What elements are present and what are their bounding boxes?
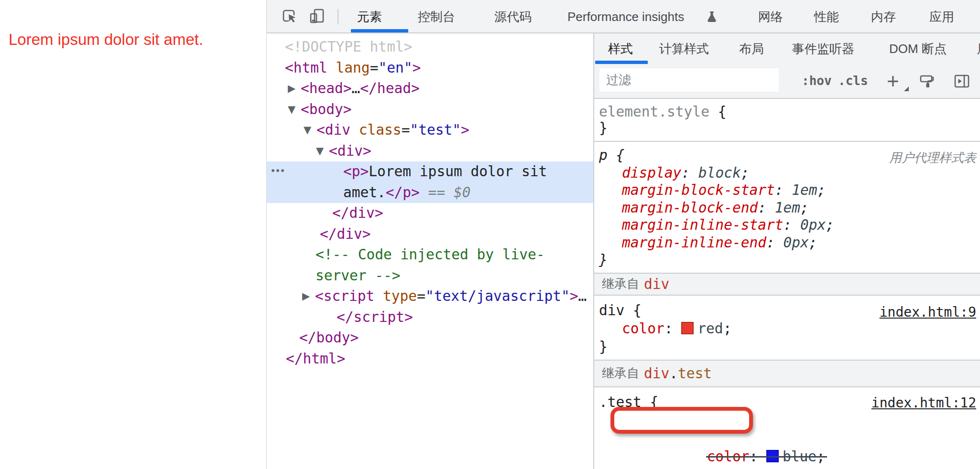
declaration-color-red[interactable]: color: red;: [594, 320, 980, 338]
colon: :: [749, 448, 766, 465]
semicolon: ;: [800, 200, 809, 216]
colon: :: [681, 165, 698, 181]
code-token: <p>: [343, 163, 369, 180]
code-token: <div: [316, 122, 350, 138]
code-token: <html: [285, 60, 327, 76]
colon: :: [775, 182, 792, 198]
node-link-div[interactable]: div: [644, 276, 669, 292]
rule-selector: div {: [599, 302, 642, 319]
semicolon: ;: [723, 320, 732, 337]
declaration-display[interactable]: display: block;: [594, 164, 980, 182]
styles-sidebar: 样式计算样式布局事件监听器DOM 断点属 :hov .cls +: [593, 33, 980, 469]
dom-tree-line[interactable]: server -->: [267, 266, 593, 287]
collapse-arrow-icon[interactable]: ▼: [288, 99, 295, 120]
main-tab-7[interactable]: 内存: [871, 0, 896, 32]
main-tab-2[interactable]: 控制台: [418, 0, 455, 32]
paint-roller-icon[interactable]: [918, 73, 936, 90]
declaration-color-blue-overridden[interactable]: color: blue;: [594, 411, 980, 469]
dom-tree-line[interactable]: ▼<div class="test">: [267, 120, 593, 141]
close-brace: }: [599, 120, 608, 136]
semicolon: ;: [817, 182, 826, 198]
dom-tree-line[interactable]: </body>: [267, 328, 593, 349]
property-value: 1em: [792, 182, 817, 198]
collapse-arrow-icon[interactable]: ▼: [316, 141, 324, 162]
new-style-rule-button[interactable]: +: [887, 64, 899, 98]
dom-tree-line[interactable]: </script>: [267, 307, 593, 328]
code-token: "en": [378, 60, 412, 76]
toggle-classes[interactable]: .cls: [838, 64, 868, 98]
dom-tree-line[interactable]: </div>: [267, 203, 593, 224]
dom-tree-line[interactable]: ▶<head>…</head>: [267, 78, 593, 99]
main-tab-1[interactable]: 元素: [357, 0, 382, 32]
code-token: lang: [327, 60, 370, 76]
declaration-margin-inline-start[interactable]: margin-inline-start: 0px;: [594, 216, 980, 234]
dom-tree-line[interactable]: <!DOCTYPE html>: [267, 37, 593, 58]
main-tab-5[interactable]: 网络: [758, 0, 783, 32]
dom-tree-line[interactable]: ▼<body>: [267, 99, 593, 120]
page-paragraph: Lorem ipsum dolor sit amet.: [9, 30, 203, 49]
dom-tree-line[interactable]: <!-- Code injected by live-: [267, 245, 593, 266]
stylesheet-source-label: 用户代理样式表: [889, 149, 976, 166]
color-swatch-blue[interactable]: [766, 450, 779, 462]
declaration-margin-block-start[interactable]: margin-block-start: 1em;: [594, 181, 980, 199]
styles-tab-bar: 样式计算样式布局事件监听器DOM 断点属: [594, 33, 980, 64]
property-value: 1em: [775, 200, 800, 216]
dom-tree-line[interactable]: ▶<script type="text/javascript">…: [267, 286, 593, 307]
dom-tree-line[interactable]: </div>: [267, 224, 593, 245]
devtools-main-toolbar: 元素控制台源代码Performance insights网络性能内存应用: [267, 0, 980, 33]
dom-tree-line[interactable]: •••<p>Lorem ipsum dolor sit: [267, 161, 593, 182]
inspect-element-icon[interactable]: [281, 8, 298, 25]
node-link-div[interactable]: div: [644, 365, 669, 382]
styles-tab-2[interactable]: 计算样式: [659, 33, 709, 64]
new-rule-dropdown-arrow: [904, 86, 909, 91]
main-tab-8[interactable]: 应用: [929, 0, 954, 32]
property-name: margin-block-start: [622, 182, 775, 198]
property-name: margin-inline-end: [622, 234, 766, 251]
semicolon: ;: [809, 234, 817, 251]
expand-arrow-icon[interactable]: ▶: [288, 78, 295, 99]
declaration-margin-inline-end[interactable]: margin-inline-end: 0px;: [594, 234, 980, 252]
toggle-hover-state[interactable]: :hov: [802, 64, 832, 98]
node-link-class[interactable]: test: [678, 365, 712, 382]
rule-p-user-agent[interactable]: 用户代理样式表 p { display: block;margin-block-…: [594, 142, 980, 274]
main-tab-3[interactable]: 源代码: [494, 0, 532, 32]
declaration-margin-block-end[interactable]: margin-block-end: 1em;: [594, 199, 980, 217]
dom-tree-line[interactable]: <html lang="en">: [267, 58, 593, 79]
code-token: type: [374, 288, 417, 304]
dom-tree-line[interactable]: ▼<div>: [267, 141, 593, 162]
style-filter-input[interactable]: [599, 68, 779, 92]
source-link[interactable]: index.html:9: [880, 304, 976, 320]
property-value: blue: [783, 448, 817, 465]
toggle-device-toolbar-icon[interactable]: [308, 8, 326, 25]
rule-test[interactable]: index.html:12 .test { color: blue; }: [594, 387, 980, 469]
rule-element-style[interactable]: element.style { }: [594, 99, 980, 142]
code-token: </head>: [360, 80, 419, 96]
expand-sidebar-icon[interactable]: [953, 73, 970, 90]
code-token: amet.: [343, 184, 386, 201]
styles-tab-4[interactable]: 事件监听器: [792, 33, 854, 64]
styles-tab-1[interactable]: 样式: [608, 33, 633, 64]
styles-tab-6[interactable]: 属: [977, 33, 980, 64]
property-name: color: [707, 448, 750, 465]
main-tab-4[interactable]: Performance insights: [567, 0, 684, 32]
code-token: </div>: [320, 226, 371, 242]
styles-tab-3[interactable]: 布局: [739, 33, 764, 64]
source-link[interactable]: index.html:12: [871, 395, 976, 411]
dom-tree-line[interactable]: </html>: [267, 349, 593, 370]
main-tab-6[interactable]: 性能: [814, 0, 839, 32]
code-token: <!-- Code injected by live-: [316, 246, 545, 263]
styles-tab-5[interactable]: DOM 断点: [889, 33, 947, 64]
expand-arrow-icon[interactable]: ▶: [302, 286, 310, 307]
code-token: $0: [454, 184, 471, 201]
code-token: <script: [315, 288, 374, 304]
rule-div[interactable]: index.html:9 div { color: red; }: [594, 296, 980, 361]
colon: :: [758, 200, 775, 216]
colon: :: [766, 234, 784, 251]
more-actions-icon[interactable]: •••: [270, 160, 284, 181]
color-swatch-red[interactable]: [681, 322, 694, 334]
collapse-arrow-icon[interactable]: ▼: [304, 120, 311, 141]
code-token: …: [352, 80, 360, 96]
dom-tree: <!DOCTYPE html><html lang="en">▶<head>…<…: [267, 37, 593, 369]
dom-tree-line[interactable]: amet.</p> == $0: [267, 182, 593, 203]
code-token: ==: [420, 184, 454, 201]
